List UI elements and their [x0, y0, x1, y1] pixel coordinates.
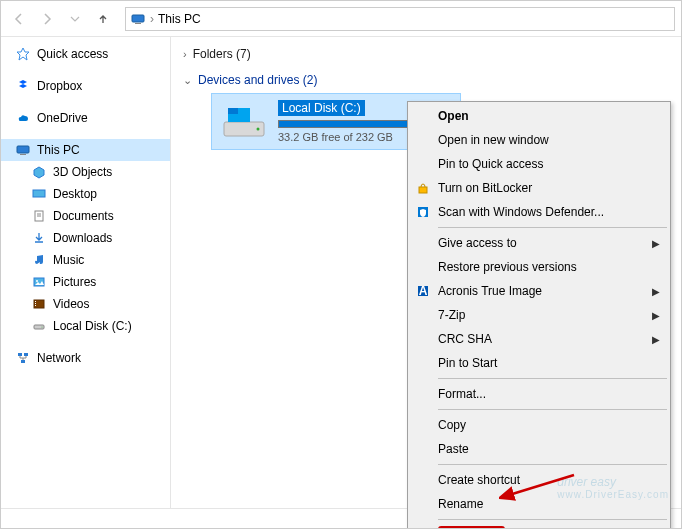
sidebar-item-dropbox[interactable]: Dropbox [1, 75, 170, 97]
sidebar-item-label: 3D Objects [53, 165, 112, 179]
svg-rect-14 [35, 305, 36, 306]
documents-icon [31, 208, 47, 224]
pictures-icon [31, 274, 47, 290]
sidebar-item-label: Videos [53, 297, 89, 311]
menu-item-acronis-true-image[interactable]: AAcronis True Image▶ [410, 279, 668, 303]
sidebar-item-downloads[interactable]: Downloads [1, 227, 170, 249]
drives-header[interactable]: ⌄ Devices and drives (2) [183, 73, 669, 87]
menu-item-copy[interactable]: Copy [410, 413, 668, 437]
chevron-right-icon: ▶ [652, 334, 660, 345]
sidebar-item-pictures[interactable]: Pictures [1, 271, 170, 293]
sidebar-item-music[interactable]: Music [1, 249, 170, 271]
sidebar-item-label: OneDrive [37, 111, 88, 125]
chevron-right-icon: ▶ [652, 310, 660, 321]
sidebar-item-quick-access[interactable]: Quick access [1, 43, 170, 65]
menu-item-label: Open [438, 109, 469, 123]
star-icon [15, 46, 31, 62]
svg-text:A: A [419, 284, 428, 298]
sidebar-item-desktop[interactable]: Desktop [1, 183, 170, 205]
section-title: Folders (7) [193, 47, 251, 61]
sidebar-item-label: This PC [37, 143, 80, 157]
sidebar-item-onedrive[interactable]: OneDrive [1, 107, 170, 129]
menu-item-label: Acronis True Image [438, 284, 542, 298]
chevron-right-icon: ▶ [652, 286, 660, 297]
menu-item-pin-to-quick-access[interactable]: Pin to Quick access [410, 152, 668, 176]
forward-button[interactable] [35, 7, 59, 31]
menu-item-7-zip[interactable]: 7-Zip▶ [410, 303, 668, 327]
menu-item-crc-sha[interactable]: CRC SHA▶ [410, 327, 668, 351]
sidebar-item-local-disk[interactable]: Local Disk (C:) [1, 315, 170, 337]
svg-point-10 [36, 280, 38, 282]
sidebar-item-label: Local Disk (C:) [53, 319, 132, 333]
section-title: Devices and drives (2) [198, 73, 317, 87]
svg-point-16 [42, 327, 43, 328]
menu-item-scan-with-windows-defender[interactable]: Scan with Windows Defender... [410, 200, 668, 224]
folders-section: › Folders (7) [183, 47, 669, 61]
sidebar-item-network[interactable]: Network [1, 347, 170, 369]
menu-item-label: Create shortcut [438, 473, 520, 487]
chevron-right-icon: › [183, 48, 187, 60]
sidebar-item-this-pc[interactable]: This PC [1, 139, 170, 161]
menu-item-label: Copy [438, 418, 466, 432]
menu-item-open-in-new-window[interactable]: Open in new window [410, 128, 668, 152]
svg-rect-1 [135, 23, 141, 24]
recent-dropdown[interactable] [63, 7, 87, 31]
svg-rect-17 [18, 353, 22, 356]
address-bar[interactable]: › This PC [125, 7, 675, 31]
drive-icon [31, 318, 47, 334]
menu-item-create-shortcut[interactable]: Create shortcut [410, 468, 668, 492]
bitlocker-icon [414, 179, 432, 197]
svg-marker-2 [17, 48, 29, 60]
menu-separator [438, 227, 667, 228]
svg-rect-4 [20, 154, 26, 155]
downloads-icon [31, 230, 47, 246]
menu-item-label: Restore previous versions [438, 260, 577, 274]
menu-separator [438, 378, 667, 379]
svg-rect-19 [21, 360, 25, 363]
menu-item-label: Give access to [438, 236, 517, 250]
sidebar-item-videos[interactable]: Videos [1, 293, 170, 315]
back-button[interactable] [7, 7, 31, 31]
menu-separator [438, 464, 667, 465]
menu-item-label: Rename [438, 497, 483, 511]
menu-item-turn-on-bitlocker[interactable]: Turn on BitLocker [410, 176, 668, 200]
menu-item-label: Pin to Quick access [438, 157, 543, 171]
dropbox-icon [15, 78, 31, 94]
menu-item-open[interactable]: Open [410, 104, 668, 128]
menu-item-label: Scan with Windows Defender... [438, 205, 604, 219]
menu-item-label: Format... [438, 387, 486, 401]
chevron-right-icon: › [150, 12, 154, 26]
onedrive-icon [15, 110, 31, 126]
menu-item-label: Turn on BitLocker [438, 181, 532, 195]
svg-rect-24 [419, 187, 427, 193]
menu-item-format[interactable]: Format... [410, 382, 668, 406]
cube-icon [31, 164, 47, 180]
menu-item-restore-previous-versions[interactable]: Restore previous versions [410, 255, 668, 279]
drive-name: Local Disk (C:) [278, 100, 365, 116]
network-icon [15, 350, 31, 366]
navigation-pane: Quick access Dropbox OneDrive This PC 3D… [1, 37, 171, 508]
menu-item-paste[interactable]: Paste [410, 437, 668, 461]
sidebar-item-label: Downloads [53, 231, 112, 245]
context-menu: OpenOpen in new windowPin to Quick acces… [407, 101, 671, 529]
menu-item-rename[interactable]: Rename [410, 492, 668, 516]
menu-item-label: Open in new window [438, 133, 549, 147]
sidebar-item-3d-objects[interactable]: 3D Objects [1, 161, 170, 183]
svg-point-23 [257, 127, 260, 130]
menu-item-give-access-to[interactable]: Give access to▶ [410, 231, 668, 255]
up-button[interactable] [91, 7, 115, 31]
menu-separator [438, 409, 667, 410]
this-pc-icon [15, 142, 31, 158]
svg-rect-13 [35, 303, 36, 304]
svg-rect-22 [228, 108, 238, 114]
menu-item-pin-to-start[interactable]: Pin to Start [410, 351, 668, 375]
svg-rect-3 [17, 146, 29, 153]
sidebar-item-label: Documents [53, 209, 114, 223]
folders-header[interactable]: › Folders (7) [183, 47, 669, 61]
menu-item-properties[interactable]: Properties [410, 523, 668, 529]
svg-rect-5 [33, 190, 45, 197]
sidebar-item-label: Music [53, 253, 84, 267]
breadcrumb-location[interactable]: This PC [158, 12, 201, 26]
sidebar-item-documents[interactable]: Documents [1, 205, 170, 227]
this-pc-icon [130, 11, 146, 27]
